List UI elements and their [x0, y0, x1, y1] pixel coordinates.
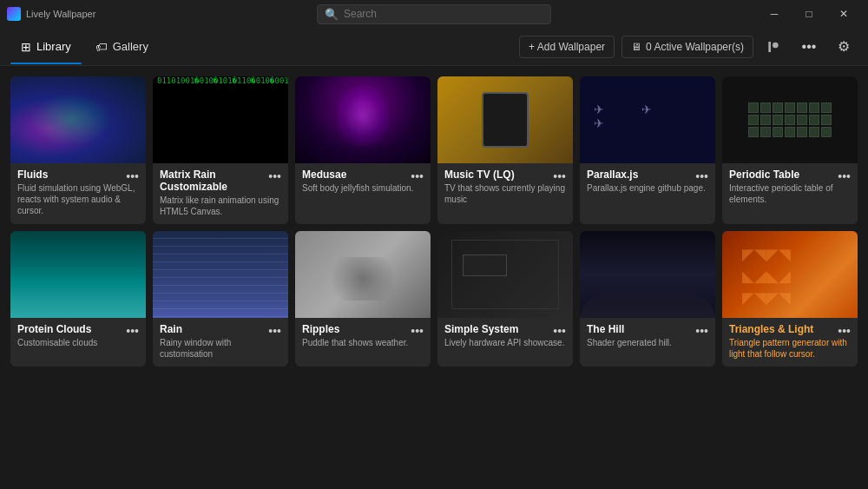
card-grid: Fluids Fluid simulation using WebGL, rea… — [10, 76, 858, 367]
card-title-fluids: Fluids — [17, 169, 139, 181]
card-more-button-matrix-rain[interactable]: ••• — [265, 169, 285, 184]
toolbar-right: + Add Wallpaper 🖥 0 Active Wallpaper(s) … — [519, 33, 858, 61]
titlebar-search-container: 🔍 — [317, 4, 551, 24]
card-desc-periodic-table: Interactive periodic table of elements. — [729, 182, 851, 205]
card-desc-parallax: Parallax.js engine github page. — [587, 182, 708, 194]
card-thumbnail-periodic-table — [722, 76, 858, 163]
tab-library[interactable]: ⊞ Library — [10, 35, 82, 59]
card-title-protein-clouds: Protein Clouds — [17, 323, 139, 335]
card-protein-clouds[interactable]: Protein Clouds Customisable clouds ••• — [10, 231, 146, 367]
card-thumbnail-fluids — [10, 76, 146, 163]
main-content: Fluids Fluid simulation using WebGL, rea… — [0, 66, 868, 489]
card-title-simple-system: Simple System — [444, 323, 566, 335]
card-thumbnail-simple-system — [437, 231, 573, 318]
card-medusae[interactable]: Medusae Soft body jellyfish simulation. … — [295, 76, 431, 224]
card-info-matrix-rain: Matrix Rain Customizable Matrix like rai… — [153, 163, 288, 224]
card-more-button-protein-clouds[interactable]: ••• — [122, 323, 142, 339]
monitor-icon: 🖥 — [631, 41, 641, 53]
search-icon: 🔍 — [325, 8, 339, 21]
card-title-parallax: Parallax.js — [587, 169, 708, 181]
card-triangles-light[interactable]: Triangles & Light Triangle pattern gener… — [722, 231, 858, 367]
more-options-button[interactable]: ••• — [795, 33, 823, 61]
card-desc-music-tv: TV that shows currently playing music — [444, 182, 566, 205]
card-desc-ripples: Puddle that shows weather. — [302, 337, 424, 348]
settings-icon: ⚙ — [838, 38, 850, 55]
close-button[interactable]: ✕ — [826, 0, 861, 28]
card-more-button-ripples[interactable]: ••• — [407, 323, 427, 339]
card-more-button-music-tv[interactable]: ••• — [549, 169, 569, 184]
card-info-medusae: Medusae Soft body jellyfish simulation. … — [295, 163, 431, 201]
card-title-medusae: Medusae — [302, 169, 424, 181]
card-periodic-table[interactable]: Periodic Table Interactive periodic tabl… — [722, 76, 858, 224]
titlebar-left: Lively Wallpaper — [7, 7, 95, 21]
card-the-hill[interactable]: The Hill Shader generated hill. ••• — [580, 231, 715, 367]
card-info-parallax: Parallax.js Parallax.js engine github pa… — [580, 163, 715, 201]
card-title-periodic-table: Periodic Table — [729, 169, 851, 181]
card-more-button-medusae[interactable]: ••• — [407, 169, 427, 184]
card-more-button-rain[interactable]: ••• — [265, 323, 285, 339]
svg-rect-1 — [768, 42, 771, 52]
card-info-rain: Rain Rainy window with customisation ••• — [153, 318, 288, 367]
tab-gallery-label: Gallery — [113, 40, 148, 53]
card-desc-simple-system: Lively hardware API showcase. — [444, 337, 566, 348]
minimize-button[interactable]: ─ — [757, 0, 792, 28]
card-desc-matrix-rain: Matrix like rain animation using HTML5 C… — [160, 195, 281, 217]
more-icon: ••• — [802, 39, 817, 55]
card-fluids[interactable]: Fluids Fluid simulation using WebGL, rea… — [10, 76, 146, 224]
card-more-button-triangles-light[interactable]: ••• — [834, 323, 854, 339]
card-music-tv[interactable]: Music TV (LQ) TV that shows currently pl… — [437, 76, 573, 224]
library-icon: ⊞ — [21, 40, 31, 54]
card-desc-rain: Rainy window with customisation — [160, 337, 281, 360]
active-wallpaper-label: 0 Active Wallpaper(s) — [646, 41, 744, 53]
card-parallax[interactable]: Parallax.js Parallax.js engine github pa… — [580, 76, 715, 224]
card-info-ripples: Ripples Puddle that shows weather. ••• — [295, 318, 431, 355]
svg-point-0 — [773, 42, 779, 48]
patreon-button[interactable] — [760, 33, 788, 61]
card-desc-the-hill: Shader generated hill. — [587, 337, 708, 348]
card-info-protein-clouds: Protein Clouds Customisable clouds ••• — [10, 318, 146, 355]
card-matrix-rain[interactable]: Matrix Rain Customizable Matrix like rai… — [153, 76, 288, 224]
card-more-button-the-hill[interactable]: ••• — [692, 323, 712, 339]
card-more-button-fluids[interactable]: ••• — [122, 169, 142, 184]
card-info-periodic-table: Periodic Table Interactive periodic tabl… — [722, 163, 858, 212]
window-controls: ─ □ ✕ — [757, 0, 861, 28]
card-info-fluids: Fluids Fluid simulation using WebGL, rea… — [10, 163, 146, 223]
card-info-the-hill: The Hill Shader generated hill. ••• — [580, 318, 715, 355]
card-more-button-periodic-table[interactable]: ••• — [834, 169, 854, 184]
card-title-triangles-light: Triangles & Light — [729, 323, 851, 335]
card-rain[interactable]: Rain Rainy window with customisation ••• — [153, 231, 288, 367]
card-ripples[interactable]: Ripples Puddle that shows weather. ••• — [295, 231, 431, 367]
card-more-button-parallax[interactable]: ••• — [692, 169, 712, 184]
card-thumbnail-rain — [153, 231, 288, 318]
card-title-the-hill: The Hill — [587, 323, 708, 335]
tab-gallery[interactable]: 🏷 Gallery — [85, 35, 159, 59]
maximize-button[interactable]: □ — [792, 0, 826, 28]
card-thumbnail-matrix-rain — [153, 76, 288, 163]
card-thumbnail-medusae — [295, 76, 431, 163]
settings-button[interactable]: ⚙ — [830, 33, 858, 61]
titlebar: Lively Wallpaper 🔍 ─ □ ✕ — [0, 0, 868, 28]
card-simple-system[interactable]: Simple System Lively hardware API showca… — [437, 231, 573, 367]
gallery-icon: 🏷 — [95, 40, 108, 54]
search-input[interactable] — [344, 8, 543, 20]
card-title-ripples: Ripples — [302, 323, 424, 335]
card-thumbnail-triangles-light — [722, 231, 858, 318]
card-desc-fluids: Fluid simulation using WebGL, reacts wit… — [17, 182, 139, 216]
card-info-simple-system: Simple System Lively hardware API showca… — [437, 318, 573, 355]
tab-library-label: Library — [36, 40, 71, 53]
card-desc-triangles-light: Triangle pattern generator with light th… — [729, 337, 851, 360]
card-title-music-tv: Music TV (LQ) — [444, 169, 566, 181]
search-bar: 🔍 — [317, 4, 551, 24]
app-icon — [7, 7, 21, 21]
card-info-music-tv: Music TV (LQ) TV that shows currently pl… — [437, 163, 573, 212]
card-thumbnail-music-tv — [437, 76, 573, 163]
toolbar: ⊞ Library 🏷 Gallery + Add Wallpaper 🖥 0 … — [0, 28, 868, 66]
card-thumbnail-protein-clouds — [10, 231, 146, 318]
active-wallpaper-button[interactable]: 🖥 0 Active Wallpaper(s) — [621, 36, 753, 58]
card-thumbnail-parallax — [580, 76, 715, 163]
card-more-button-simple-system[interactable]: ••• — [549, 323, 569, 339]
add-wallpaper-button[interactable]: + Add Wallpaper — [519, 36, 615, 58]
card-desc-medusae: Soft body jellyfish simulation. — [302, 182, 424, 194]
card-title-rain: Rain — [160, 323, 281, 335]
app-title: Lively Wallpaper — [26, 9, 95, 19]
